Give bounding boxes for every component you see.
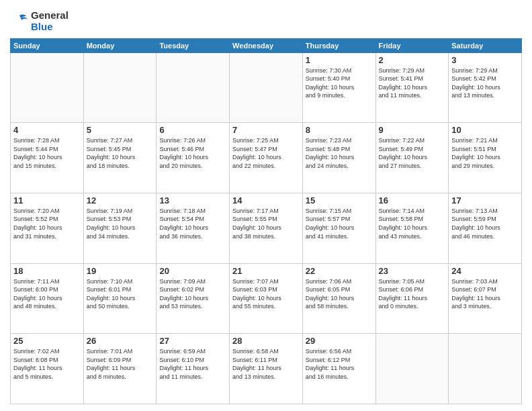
weekday-header-wednesday: Wednesday (230, 38, 303, 52)
calendar-cell-1-5: 1Sunrise: 7:30 AMSunset: 5:40 PMDaylight… (302, 52, 375, 123)
logo-bird-icon (10, 11, 29, 30)
day-info: Sunrise: 7:01 AMSunset: 6:09 PMDaylight:… (87, 347, 154, 381)
day-number: 7 (232, 125, 300, 135)
calendar-cell-2-5: 8Sunrise: 7:23 AMSunset: 5:48 PMDaylight… (302, 123, 375, 193)
calendar-cell-2-2: 5Sunrise: 7:27 AMSunset: 5:45 PMDaylight… (83, 123, 157, 193)
day-info: Sunrise: 6:58 AMSunset: 6:11 PMDaylight:… (232, 347, 300, 381)
day-number: 26 (87, 336, 154, 346)
calendar-cell-4-1: 18Sunrise: 7:11 AMSunset: 6:00 PMDayligh… (11, 263, 84, 334)
day-info: Sunrise: 6:56 AMSunset: 6:12 PMDaylight:… (306, 347, 373, 381)
day-info: Sunrise: 7:21 AMSunset: 5:51 PMDaylight:… (451, 136, 519, 170)
calendar-cell-2-7: 10Sunrise: 7:21 AMSunset: 5:51 PMDayligh… (449, 123, 522, 193)
day-info: Sunrise: 7:26 AMSunset: 5:46 PMDaylight:… (159, 136, 226, 170)
week-row-4: 18Sunrise: 7:11 AMSunset: 6:00 PMDayligh… (11, 263, 522, 334)
day-info: Sunrise: 7:19 AMSunset: 5:53 PMDaylight:… (87, 207, 154, 240)
day-number: 24 (451, 266, 519, 276)
day-number: 14 (232, 195, 300, 205)
day-number: 25 (13, 336, 81, 346)
calendar-cell-4-4: 21Sunrise: 7:07 AMSunset: 6:03 PMDayligh… (230, 263, 303, 334)
day-number: 3 (451, 55, 519, 65)
calendar-cell-3-1: 11Sunrise: 7:20 AMSunset: 5:52 PMDayligh… (11, 193, 84, 263)
day-info: Sunrise: 7:06 AMSunset: 6:05 PMDaylight:… (306, 277, 373, 311)
weekday-header-tuesday: Tuesday (157, 38, 230, 52)
week-row-5: 25Sunrise: 7:02 AMSunset: 6:08 PMDayligh… (11, 334, 522, 404)
day-info: Sunrise: 7:29 AMSunset: 5:42 PMDaylight:… (451, 66, 519, 100)
day-info: Sunrise: 7:11 AMSunset: 6:00 PMDaylight:… (13, 277, 81, 311)
calendar-cell-2-1: 4Sunrise: 7:28 AMSunset: 5:44 PMDaylight… (11, 123, 84, 193)
day-number: 9 (379, 125, 446, 135)
day-info: Sunrise: 7:28 AMSunset: 5:44 PMDaylight:… (13, 136, 81, 170)
day-number: 18 (13, 266, 81, 276)
day-number: 20 (159, 266, 226, 276)
day-info: Sunrise: 7:20 AMSunset: 5:52 PMDaylight:… (13, 207, 81, 240)
weekday-header-sunday: Sunday (11, 38, 84, 52)
calendar-cell-5-6 (375, 334, 449, 404)
day-info: Sunrise: 7:14 AMSunset: 5:58 PMDaylight:… (379, 207, 446, 240)
calendar-cell-1-2 (83, 52, 157, 123)
calendar-cell-5-3: 27Sunrise: 6:59 AMSunset: 6:10 PMDayligh… (157, 334, 230, 404)
calendar-cell-3-4: 14Sunrise: 7:17 AMSunset: 5:55 PMDayligh… (230, 193, 303, 263)
day-info: Sunrise: 7:18 AMSunset: 5:54 PMDaylight:… (159, 207, 226, 240)
day-info: Sunrise: 7:15 AMSunset: 5:57 PMDaylight:… (306, 207, 373, 240)
day-number: 22 (306, 266, 373, 276)
day-info: Sunrise: 7:17 AMSunset: 5:55 PMDaylight:… (232, 207, 300, 240)
calendar-cell-4-7: 24Sunrise: 7:03 AMSunset: 6:07 PMDayligh… (449, 263, 522, 334)
calendar-cell-5-4: 28Sunrise: 6:58 AMSunset: 6:11 PMDayligh… (230, 334, 303, 404)
calendar-cell-5-7 (449, 334, 522, 404)
calendar-cell-4-3: 20Sunrise: 7:09 AMSunset: 6:02 PMDayligh… (157, 263, 230, 334)
calendar-cell-3-2: 12Sunrise: 7:19 AMSunset: 5:53 PMDayligh… (83, 193, 157, 263)
day-number: 27 (159, 336, 226, 346)
day-info: Sunrise: 7:09 AMSunset: 6:02 PMDaylight:… (159, 277, 226, 311)
day-info: Sunrise: 7:13 AMSunset: 5:59 PMDaylight:… (451, 207, 519, 240)
day-info: Sunrise: 7:30 AMSunset: 5:40 PMDaylight:… (306, 66, 373, 100)
day-number: 11 (13, 195, 81, 205)
header: General Blue (10, 7, 522, 33)
logo-general-label: General (31, 9, 69, 21)
day-number: 13 (159, 195, 226, 205)
day-info: Sunrise: 7:05 AMSunset: 6:06 PMDaylight:… (379, 277, 446, 311)
calendar-cell-3-3: 13Sunrise: 7:18 AMSunset: 5:54 PMDayligh… (157, 193, 230, 263)
day-number: 15 (306, 195, 373, 205)
day-number: 6 (159, 125, 226, 135)
day-info: Sunrise: 7:23 AMSunset: 5:48 PMDaylight:… (306, 136, 373, 170)
week-row-1: 1Sunrise: 7:30 AMSunset: 5:40 PMDaylight… (11, 52, 522, 123)
calendar-cell-4-5: 22Sunrise: 7:06 AMSunset: 6:05 PMDayligh… (302, 263, 375, 334)
day-info: Sunrise: 7:02 AMSunset: 6:08 PMDaylight:… (13, 347, 81, 381)
day-number: 16 (379, 195, 446, 205)
calendar-cell-4-2: 19Sunrise: 7:10 AMSunset: 6:01 PMDayligh… (83, 263, 157, 334)
day-number: 10 (451, 125, 519, 135)
week-row-3: 11Sunrise: 7:20 AMSunset: 5:52 PMDayligh… (11, 193, 522, 263)
day-number: 17 (451, 195, 519, 205)
calendar-cell-1-6: 2Sunrise: 7:29 AMSunset: 5:41 PMDaylight… (375, 52, 449, 123)
day-info: Sunrise: 7:07 AMSunset: 6:03 PMDaylight:… (232, 277, 300, 311)
page: General Blue SundayMondayTuesdayWednesda… (0, 0, 532, 411)
calendar-cell-1-3 (157, 52, 230, 123)
calendar-cell-2-6: 9Sunrise: 7:22 AMSunset: 5:49 PMDaylight… (375, 123, 449, 193)
week-row-2: 4Sunrise: 7:28 AMSunset: 5:44 PMDaylight… (11, 123, 522, 193)
calendar-cell-1-7: 3Sunrise: 7:29 AMSunset: 5:42 PMDaylight… (449, 52, 522, 123)
calendar-cell-1-1 (11, 52, 84, 123)
calendar-cell-3-5: 15Sunrise: 7:15 AMSunset: 5:57 PMDayligh… (302, 193, 375, 263)
calendar-cell-5-2: 26Sunrise: 7:01 AMSunset: 6:09 PMDayligh… (83, 334, 157, 404)
day-info: Sunrise: 7:25 AMSunset: 5:47 PMDaylight:… (232, 136, 300, 170)
day-info: Sunrise: 7:10 AMSunset: 6:01 PMDaylight:… (87, 277, 154, 311)
day-number: 21 (232, 266, 300, 276)
day-info: Sunrise: 7:22 AMSunset: 5:49 PMDaylight:… (379, 136, 446, 170)
logo-blue-label: Blue (31, 21, 69, 32)
weekday-header-saturday: Saturday (449, 38, 522, 52)
calendar-table: SundayMondayTuesdayWednesdayThursdayFrid… (10, 38, 522, 405)
calendar-cell-3-7: 17Sunrise: 7:13 AMSunset: 5:59 PMDayligh… (449, 193, 522, 263)
day-number: 19 (87, 266, 154, 276)
calendar-cell-1-4 (230, 52, 303, 123)
day-info: Sunrise: 7:27 AMSunset: 5:45 PMDaylight:… (87, 136, 154, 170)
calendar-cell-5-1: 25Sunrise: 7:02 AMSunset: 6:08 PMDayligh… (11, 334, 84, 404)
day-number: 1 (306, 55, 373, 65)
day-number: 2 (379, 55, 446, 65)
day-number: 8 (306, 125, 373, 135)
weekday-header-monday: Monday (83, 38, 157, 52)
logo: General Blue (10, 9, 69, 33)
weekday-header-thursday: Thursday (302, 38, 375, 52)
weekday-header-friday: Friday (375, 38, 449, 52)
day-info: Sunrise: 7:29 AMSunset: 5:41 PMDaylight:… (379, 66, 446, 100)
calendar-cell-2-3: 6Sunrise: 7:26 AMSunset: 5:46 PMDaylight… (157, 123, 230, 193)
